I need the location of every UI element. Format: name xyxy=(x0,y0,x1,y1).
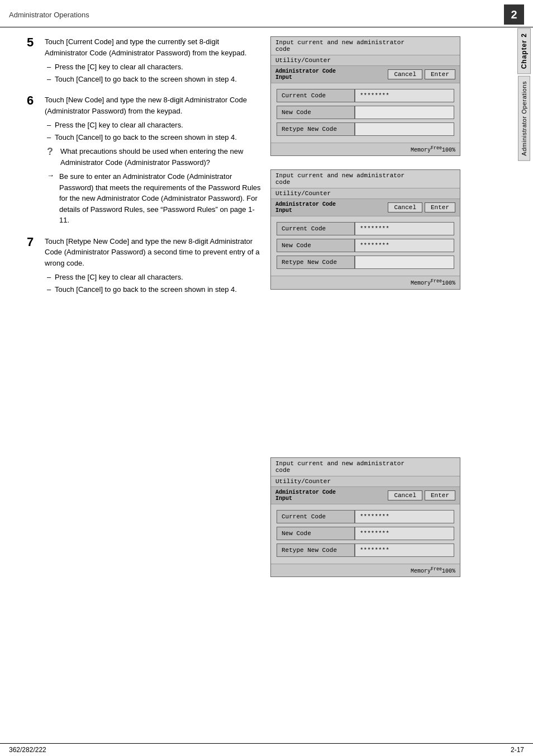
step5-block: 5 Touch [Current Code] and type the curr… xyxy=(27,36,261,84)
screen3-buttons: Cancel Enter xyxy=(388,490,455,500)
screen3-field-1: Current Code ******** xyxy=(277,510,454,523)
screen2-footer: MemoryFree100% xyxy=(271,276,460,289)
question-icon: ? xyxy=(47,146,57,158)
screen2-mockup: Input current and new administrator code… xyxy=(270,169,460,289)
footer-left: 362/282/222 xyxy=(9,746,46,754)
step6-note-text: What precautions should be used when ent… xyxy=(60,146,261,168)
step5-bullet-1: Press the [C] key to clear all character… xyxy=(47,62,261,73)
screen1-field-2-value[interactable] xyxy=(355,106,454,119)
step7-number: 7 xyxy=(27,236,40,248)
chapter-badge: 2 xyxy=(504,4,524,25)
screen3-field-2: New Code ******** xyxy=(277,527,454,540)
screen3-enter-btn[interactable]: Enter xyxy=(425,490,455,500)
step6-arrow: → Be sure to enter an Administrator Code… xyxy=(47,171,261,226)
step6-bullets: Press the [C] key to clear all character… xyxy=(27,120,261,143)
step6-bullet-2: Touch [Cancel] to go back to the screen … xyxy=(47,132,261,143)
step5-number: 5 xyxy=(27,36,40,49)
step6-arrow-text: Be sure to enter an Administrator Code (… xyxy=(59,171,261,226)
screen2-field-2: New Code ******** xyxy=(277,239,454,252)
screen2-field-3: Retype New Code xyxy=(277,256,454,269)
step6-block: 6 Touch [New Code] and type the new 8-di… xyxy=(27,94,261,226)
screen3-footer: MemoryFree100% xyxy=(271,564,460,577)
screen3-toolbar-label: Administrator CodeInput xyxy=(275,489,336,502)
step6-text: Touch [New Code] and type the new 8-digi… xyxy=(45,94,261,116)
screen2-field-3-value[interactable] xyxy=(355,256,454,269)
screen2-field-1-label: Current Code xyxy=(277,222,355,235)
screen1-title: Input current and new administrator code xyxy=(271,37,460,55)
screen3-memory: MemoryFree100% xyxy=(411,566,455,574)
step7-bullets: Press the [C] key to clear all character… xyxy=(27,272,261,295)
step5-bullets: Press the [C] key to clear all character… xyxy=(27,62,261,84)
screen3-mockup: Input current and new administrator code… xyxy=(270,457,460,577)
screen2-toolbar-label: Administrator CodeInput xyxy=(275,201,336,214)
screen1-cancel-btn[interactable]: Cancel xyxy=(388,69,422,79)
screen1-buttons: Cancel Enter xyxy=(388,69,455,79)
screen3-field-3-label: Retype New Code xyxy=(277,544,355,557)
screen3-toolbar: Administrator CodeInput Cancel Enter xyxy=(271,487,460,504)
step7-block: 7 Touch [Retype New Code] and type the n… xyxy=(27,236,261,295)
screen3-field-1-value[interactable]: ******** xyxy=(355,510,454,523)
screen2-toolbar: Administrator CodeInput Cancel Enter xyxy=(271,199,460,216)
screen2-enter-btn[interactable]: Enter xyxy=(425,202,455,212)
screen2-buttons: Cancel Enter xyxy=(388,202,455,212)
screen1-field-3-label: Retype New Code xyxy=(277,122,355,136)
step6-number: 6 xyxy=(27,94,40,107)
step7-text: Touch [Retype New Code] and type the new… xyxy=(45,236,261,269)
instructions-column: 5 Touch [Current Code] and type the curr… xyxy=(13,36,270,577)
screen2-field-1: Current Code ******** xyxy=(277,222,454,235)
step5-bullet-2: Touch [Cancel] to go back to the screen … xyxy=(47,74,261,85)
step7-bullet-1: Press the [C] key to clear all character… xyxy=(47,272,261,283)
screen2-subtitle: Utility/Counter xyxy=(271,188,460,199)
screen1-toolbar: Administrator CodeInput Cancel Enter xyxy=(271,66,460,83)
screen1-field-1-value[interactable]: ******** xyxy=(355,89,454,102)
screenshots-column: Input current and new administrator code… xyxy=(270,36,472,577)
screen1-field-1-label: Current Code xyxy=(277,89,355,102)
step7-bullet-2: Touch [Cancel] to go back to the screen … xyxy=(47,284,261,295)
screen2-field-3-label: Retype New Code xyxy=(277,256,355,269)
screen3-field-3-value[interactable]: ******** xyxy=(355,544,454,557)
page-footer: 362/282/222 2-17 xyxy=(0,743,533,756)
screen1-toolbar-label: Administrator CodeInput xyxy=(275,68,336,81)
screen2-cancel-btn[interactable]: Cancel xyxy=(388,202,422,212)
screen1-field-2: New Code xyxy=(277,106,454,119)
screen3-cancel-btn[interactable]: Cancel xyxy=(388,490,422,500)
screen2-field-2-label: New Code xyxy=(277,239,355,252)
screen1-field-2-label: New Code xyxy=(277,106,355,119)
footer-right: 2-17 xyxy=(511,746,524,754)
screen3-field-1-label: Current Code xyxy=(277,510,355,523)
screen3-body: Current Code ******** New Code ******** … xyxy=(271,504,460,564)
screen1-footer: MemoryFree100% xyxy=(271,143,460,155)
right-sidebar: Chapter 2 Administrator Operations xyxy=(515,28,533,734)
screen1-body: Current Code ******** New Code Retype Ne… xyxy=(271,83,460,143)
sidebar-ops-label: Administrator Operations xyxy=(518,76,530,161)
screen1-memory: MemoryFree100% xyxy=(411,145,455,153)
screen3-subtitle: Utility/Counter xyxy=(271,476,460,487)
screen1-field-3: Retype New Code xyxy=(277,122,454,136)
screen3-title: Input current and new administrator code xyxy=(271,458,460,476)
screen2-field-1-value[interactable]: ******** xyxy=(355,222,454,235)
screen1-subtitle: Utility/Counter xyxy=(271,55,460,66)
screen2-field-2-value[interactable]: ******** xyxy=(355,239,454,252)
screen1-mockup: Input current and new administrator code… xyxy=(270,36,460,156)
screen1-enter-btn[interactable]: Enter xyxy=(425,69,455,79)
screen1-field-3-value[interactable] xyxy=(355,122,454,136)
screen3-field-2-label: New Code xyxy=(277,527,355,540)
screen3-field-3: Retype New Code ******** xyxy=(277,544,454,557)
step6-bullet-1: Press the [C] key to clear all character… xyxy=(47,120,261,131)
screen3-field-2-value[interactable]: ******** xyxy=(355,527,454,540)
screen1-field-1: Current Code ******** xyxy=(277,89,454,102)
arrow-icon: → xyxy=(47,171,56,179)
screen2-memory: MemoryFree100% xyxy=(411,278,455,286)
page-header: Administrator Operations 2 xyxy=(0,0,533,27)
step5-text: Touch [Current Code] and type the curren… xyxy=(45,36,261,58)
step6-note: ? What precautions should be used when e… xyxy=(47,146,261,168)
sidebar-chapter-label: Chapter 2 xyxy=(517,28,531,74)
screen2-body: Current Code ******** New Code ******** … xyxy=(271,216,460,276)
screen2-title: Input current and new administrator code xyxy=(271,170,460,188)
header-title: Administrator Operations xyxy=(9,11,89,19)
